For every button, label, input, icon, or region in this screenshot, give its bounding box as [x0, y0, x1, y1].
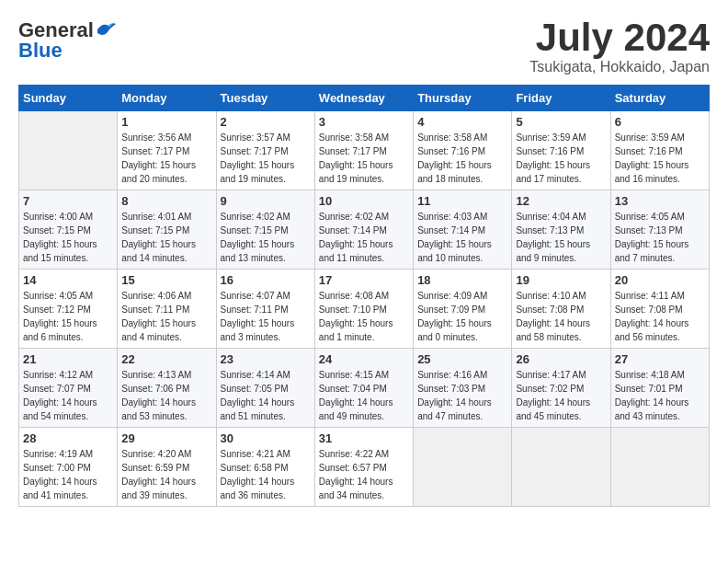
calendar-cell: 15Sunrise: 4:06 AMSunset: 7:11 PMDayligh… — [118, 270, 216, 349]
calendar-cell — [19, 111, 118, 190]
day-number: 22 — [121, 352, 211, 366]
day-info: Sunrise: 3:58 AMSunset: 7:16 PMDaylight:… — [417, 131, 507, 186]
calendar-cell: 28Sunrise: 4:19 AMSunset: 7:00 PMDayligh… — [19, 428, 118, 507]
calendar-cell: 25Sunrise: 4:16 AMSunset: 7:03 PMDayligh… — [414, 349, 512, 428]
day-info: Sunrise: 4:01 AMSunset: 7:15 PMDaylight:… — [121, 210, 211, 265]
calendar-header-row: SundayMondayTuesdayWednesdayThursdayFrid… — [19, 86, 710, 111]
calendar-week-row: 1Sunrise: 3:56 AMSunset: 7:17 PMDaylight… — [19, 111, 710, 190]
day-info: Sunrise: 4:21 AMSunset: 6:58 PMDaylight:… — [221, 447, 311, 502]
calendar-cell: 30Sunrise: 4:21 AMSunset: 6:58 PMDayligh… — [216, 428, 314, 507]
month-title: July 2024 — [529, 18, 710, 57]
calendar-cell: 16Sunrise: 4:07 AMSunset: 7:11 PMDayligh… — [216, 270, 314, 349]
day-info: Sunrise: 4:00 AMSunset: 7:15 PMDaylight:… — [23, 210, 113, 265]
day-number: 14 — [23, 273, 113, 287]
day-number: 5 — [516, 115, 606, 129]
day-number: 7 — [23, 194, 113, 208]
day-number: 19 — [516, 273, 606, 287]
day-info: Sunrise: 4:19 AMSunset: 7:00 PMDaylight:… — [23, 447, 113, 502]
day-info: Sunrise: 4:11 AMSunset: 7:08 PMDaylight:… — [615, 289, 705, 344]
calendar-cell: 5Sunrise: 3:59 AMSunset: 7:16 PMDaylight… — [512, 111, 610, 190]
day-number: 28 — [23, 431, 113, 445]
day-info: Sunrise: 4:22 AMSunset: 6:57 PMDaylight:… — [319, 447, 409, 502]
column-header-monday: Monday — [118, 86, 216, 111]
calendar-cell: 11Sunrise: 4:03 AMSunset: 7:14 PMDayligh… — [414, 190, 512, 270]
day-info: Sunrise: 4:16 AMSunset: 7:03 PMDaylight:… — [417, 368, 507, 423]
calendar-cell: 3Sunrise: 3:58 AMSunset: 7:17 PMDaylight… — [314, 111, 413, 190]
calendar-cell: 18Sunrise: 4:09 AMSunset: 7:09 PMDayligh… — [414, 270, 512, 349]
calendar-cell — [414, 428, 512, 507]
location-text: Tsukigata, Hokkaido, Japan — [529, 59, 710, 75]
day-number: 15 — [121, 273, 211, 287]
day-info: Sunrise: 4:05 AMSunset: 7:13 PMDaylight:… — [615, 210, 705, 265]
calendar-cell: 24Sunrise: 4:15 AMSunset: 7:04 PMDayligh… — [314, 349, 413, 428]
day-number: 9 — [221, 194, 311, 208]
day-info: Sunrise: 4:18 AMSunset: 7:01 PMDaylight:… — [615, 368, 705, 423]
calendar-cell: 9Sunrise: 4:02 AMSunset: 7:15 PMDaylight… — [216, 190, 314, 270]
day-number: 4 — [417, 115, 507, 129]
calendar-cell: 6Sunrise: 3:59 AMSunset: 7:16 PMDaylight… — [610, 111, 709, 190]
day-number: 26 — [516, 352, 606, 366]
day-number: 20 — [615, 273, 705, 287]
day-info: Sunrise: 4:09 AMSunset: 7:09 PMDaylight:… — [417, 289, 507, 344]
day-number: 16 — [221, 273, 311, 287]
calendar-cell: 13Sunrise: 4:05 AMSunset: 7:13 PMDayligh… — [610, 190, 709, 270]
day-number: 12 — [516, 194, 606, 208]
calendar-cell: 29Sunrise: 4:20 AMSunset: 6:59 PMDayligh… — [118, 428, 216, 507]
day-info: Sunrise: 3:58 AMSunset: 7:17 PMDaylight:… — [319, 131, 409, 186]
column-header-saturday: Saturday — [610, 86, 709, 111]
day-number: 6 — [615, 115, 705, 129]
calendar-cell: 27Sunrise: 4:18 AMSunset: 7:01 PMDayligh… — [610, 349, 709, 428]
calendar-cell: 23Sunrise: 4:14 AMSunset: 7:05 PMDayligh… — [216, 349, 314, 428]
day-info: Sunrise: 4:13 AMSunset: 7:06 PMDaylight:… — [121, 368, 211, 423]
calendar-cell — [610, 428, 709, 507]
day-number: 31 — [319, 431, 409, 445]
column-header-wednesday: Wednesday — [314, 86, 413, 111]
day-number: 21 — [23, 352, 113, 366]
calendar-cell — [512, 428, 610, 507]
day-info: Sunrise: 4:04 AMSunset: 7:13 PMDaylight:… — [516, 210, 606, 265]
day-info: Sunrise: 3:59 AMSunset: 7:16 PMDaylight:… — [516, 131, 606, 186]
day-number: 18 — [417, 273, 507, 287]
logo: General Blue — [18, 18, 116, 63]
day-number: 10 — [319, 194, 409, 208]
day-info: Sunrise: 3:57 AMSunset: 7:17 PMDaylight:… — [221, 131, 311, 186]
column-header-tuesday: Tuesday — [216, 86, 314, 111]
calendar-cell: 2Sunrise: 3:57 AMSunset: 7:17 PMDaylight… — [216, 111, 314, 190]
calendar-cell: 19Sunrise: 4:10 AMSunset: 7:08 PMDayligh… — [512, 270, 610, 349]
calendar-week-row: 21Sunrise: 4:12 AMSunset: 7:07 PMDayligh… — [19, 349, 710, 428]
day-number: 24 — [319, 352, 409, 366]
calendar-cell: 7Sunrise: 4:00 AMSunset: 7:15 PMDaylight… — [19, 190, 118, 270]
column-header-sunday: Sunday — [19, 86, 118, 111]
title-block: July 2024 Tsukigata, Hokkaido, Japan — [529, 18, 710, 75]
calendar-cell: 20Sunrise: 4:11 AMSunset: 7:08 PMDayligh… — [610, 270, 709, 349]
day-number: 13 — [615, 194, 705, 208]
day-info: Sunrise: 4:03 AMSunset: 7:14 PMDaylight:… — [417, 210, 507, 265]
page-header: General Blue July 2024 Tsukigata, Hokkai… — [18, 18, 710, 75]
column-header-friday: Friday — [512, 86, 610, 111]
day-info: Sunrise: 4:15 AMSunset: 7:04 PMDaylight:… — [319, 368, 409, 423]
calendar-cell: 31Sunrise: 4:22 AMSunset: 6:57 PMDayligh… — [314, 428, 413, 507]
calendar-week-row: 7Sunrise: 4:00 AMSunset: 7:15 PMDaylight… — [19, 190, 710, 270]
calendar-cell: 10Sunrise: 4:02 AMSunset: 7:14 PMDayligh… — [314, 190, 413, 270]
calendar-cell: 8Sunrise: 4:01 AMSunset: 7:15 PMDaylight… — [118, 190, 216, 270]
day-number: 27 — [615, 352, 705, 366]
day-number: 25 — [417, 352, 507, 366]
logo-bird-icon — [96, 20, 116, 39]
day-info: Sunrise: 4:06 AMSunset: 7:11 PMDaylight:… — [121, 289, 211, 344]
day-number: 29 — [121, 431, 211, 445]
calendar-week-row: 14Sunrise: 4:05 AMSunset: 7:12 PMDayligh… — [19, 270, 710, 349]
day-info: Sunrise: 4:12 AMSunset: 7:07 PMDaylight:… — [23, 368, 113, 423]
calendar-cell: 22Sunrise: 4:13 AMSunset: 7:06 PMDayligh… — [118, 349, 216, 428]
calendar-cell: 17Sunrise: 4:08 AMSunset: 7:10 PMDayligh… — [314, 270, 413, 349]
day-info: Sunrise: 4:10 AMSunset: 7:08 PMDaylight:… — [516, 289, 606, 344]
column-header-thursday: Thursday — [414, 86, 512, 111]
day-info: Sunrise: 4:02 AMSunset: 7:15 PMDaylight:… — [221, 210, 311, 265]
day-info: Sunrise: 4:02 AMSunset: 7:14 PMDaylight:… — [319, 210, 409, 265]
day-number: 2 — [221, 115, 311, 129]
day-info: Sunrise: 4:14 AMSunset: 7:05 PMDaylight:… — [221, 368, 311, 423]
day-info: Sunrise: 4:05 AMSunset: 7:12 PMDaylight:… — [23, 289, 113, 344]
day-info: Sunrise: 4:17 AMSunset: 7:02 PMDaylight:… — [516, 368, 606, 423]
day-number: 17 — [319, 273, 409, 287]
day-number: 30 — [221, 431, 311, 445]
calendar-week-row: 28Sunrise: 4:19 AMSunset: 7:00 PMDayligh… — [19, 428, 710, 507]
